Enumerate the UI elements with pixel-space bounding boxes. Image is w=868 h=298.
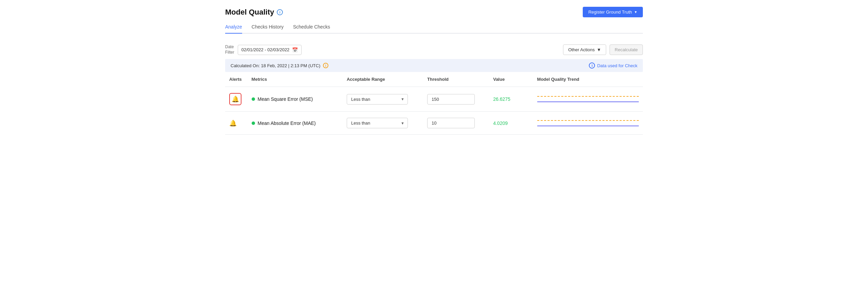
calculated-on-text: Calculated On: 18 Feb, 2022 | 2:13 PM (U… [231,63,320,68]
metrics-table: Alerts Metrics Acceptable Range Threshol… [225,72,643,135]
page-header: Model Quality i Register Ground Truth ▼ [225,7,643,17]
trend-cell-mae [533,112,643,135]
trend-line-orange-mae [537,120,639,121]
page-title: Model Quality [225,8,274,17]
value-mae: 4.0209 [493,120,508,126]
threshold-input-mse[interactable] [427,94,475,105]
alert-cell-mse: 🔔 [225,87,248,112]
tab-schedule-checks[interactable]: Schedule Checks [293,21,330,34]
other-actions-chevron-icon: ▼ [597,47,601,52]
metric-label-mae: Mean Absolute Error (MAE) [258,120,316,126]
calculated-info-icon[interactable]: i [323,63,328,68]
threshold-input-mae[interactable] [427,118,475,128]
range-select-mae[interactable]: Less than Greater than Equal to [347,118,408,128]
data-used-for-check-link[interactable]: i Data used for Check [589,62,637,69]
col-header-acceptable-range: Acceptable Range [343,72,423,87]
range-cell-mae: Less than Greater than Equal to ▼ [343,112,423,135]
tab-analyze[interactable]: Analyze [225,21,242,34]
trend-line-blue-mse [537,101,639,102]
date-range-value: 02/01/2022 - 02/03/2022 [241,47,290,52]
bell-icon-mae[interactable]: 🔔 [229,120,237,127]
trend-cell-mse [533,87,643,112]
data-used-info-icon: i [589,62,595,69]
metric-label-mse: Mean Square Error (MSE) [258,96,313,102]
bell-icon: 🔔 [232,95,239,103]
alert-bell-mse[interactable]: 🔔 [229,93,241,105]
col-header-metrics: Metrics [248,72,343,87]
info-bar: Calculated On: 18 Feb, 2022 | 2:13 PM (U… [225,59,643,72]
threshold-cell-mse [423,87,489,112]
register-btn-chevron-icon: ▼ [634,10,637,14]
recalculate-button[interactable]: Recalculate [610,44,643,55]
range-select-wrapper-mae: Less than Greater than Equal to ▼ [347,118,408,128]
date-filter-label: DateFilter [225,44,234,55]
date-filter-area: DateFilter 02/01/2022 - 02/03/2022 📅 [225,44,302,55]
page-title-area: Model Quality i [225,8,283,17]
range-cell-mse: Less than Greater than Equal to ▼ [343,87,423,112]
col-header-alerts: Alerts [225,72,248,87]
tabs-nav: Analyze Checks History Schedule Checks [225,21,643,34]
info-bar-left: Calculated On: 18 Feb, 2022 | 2:13 PM (U… [231,63,328,68]
value-mse: 26.6275 [493,96,510,102]
tab-checks-history[interactable]: Checks History [252,21,284,34]
metric-name-cell-mse: Mean Square Error (MSE) [248,87,343,112]
value-cell-mse: 26.6275 [489,87,533,112]
date-range-picker[interactable]: 02/01/2022 - 02/03/2022 📅 [238,45,302,55]
calendar-icon: 📅 [292,47,298,53]
table-row: 🔔 Mean Square Error (MSE) Less than Grea… [225,87,643,112]
alert-cell-mae: 🔔 [225,112,248,135]
range-select-wrapper-mse: Less than Greater than Equal to ▼ [347,94,408,105]
table-header-row: Alerts Metrics Acceptable Range Threshol… [225,72,643,87]
toolbar: DateFilter 02/01/2022 - 02/03/2022 📅 Oth… [225,40,643,59]
other-actions-button[interactable]: Other Actions ▼ [563,44,606,55]
metric-name-cell-mae: Mean Absolute Error (MAE) [248,112,343,135]
range-select-mse[interactable]: Less than Greater than Equal to [347,94,408,105]
value-cell-mae: 4.0209 [489,112,533,135]
toolbar-actions: Other Actions ▼ Recalculate [563,44,643,55]
col-header-value: Value [489,72,533,87]
threshold-cell-mae [423,112,489,135]
trend-line-orange-mse [537,96,639,97]
status-dot-mse [252,97,255,101]
status-dot-mae [252,122,255,125]
register-ground-truth-button[interactable]: Register Ground Truth ▼ [583,7,643,17]
table-row: 🔔 Mean Absolute Error (MAE) Less than Gr… [225,112,643,135]
trend-line-blue-mae [537,126,639,126]
col-header-threshold: Threshold [423,72,489,87]
col-header-trend: Model Quality Trend [533,72,643,87]
title-info-icon[interactable]: i [277,9,283,15]
